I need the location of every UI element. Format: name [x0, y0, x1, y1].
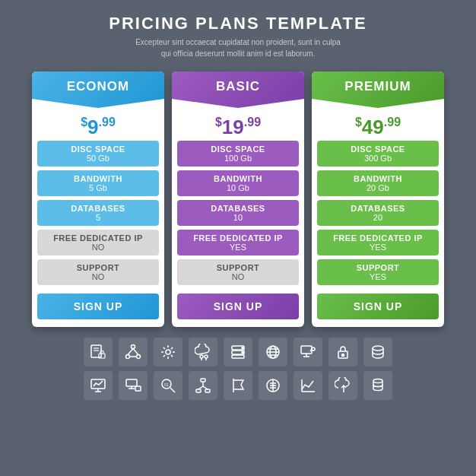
page-title: PRICING PLANS TEMPLATE: [109, 14, 367, 33]
svg-rect-43: [201, 379, 205, 382]
plans-container: ECONOM$9.99DISC SPACE50 GbBANDWITH5 GbDA…: [32, 71, 444, 327]
feat-label-econom-2: DATABASES: [37, 204, 159, 213]
plan-price-econom: $9.99: [81, 116, 116, 139]
feat-label-premium-3: FREE DEDICATED IP: [317, 233, 439, 243]
feat-label-basic-4: SUPPORT: [177, 263, 299, 272]
svg-point-6: [137, 355, 141, 359]
svg-point-10: [166, 350, 170, 354]
plan-premium: PREMIUM$49.99DISC SPACE300 GbBANDWITH20 …: [312, 71, 444, 327]
svg-line-47: [198, 386, 203, 389]
feat-label-premium-4: SUPPORT: [317, 263, 439, 272]
feat-label-basic-1: BANDWITH: [177, 174, 299, 183]
svg-rect-17: [232, 355, 244, 358]
icon-settings: [154, 338, 182, 367]
icon-flag-network: [224, 371, 252, 400]
plan-price-basic: $19.99: [215, 116, 261, 139]
svg-point-58: [373, 379, 382, 383]
svg-point-12: [205, 355, 208, 358]
icon-computer-stack: [119, 371, 148, 400]
icon-monitor-network: [294, 338, 322, 367]
icon-network: [119, 338, 148, 367]
plan-basic: BASIC$19.99DISC SPACE100 GbBANDWITH10 Gb…: [172, 71, 304, 327]
feature-row-econom-1: BANDWITH5 Gb: [37, 170, 159, 196]
feature-row-basic-4: SUPPORTNO: [177, 259, 299, 285]
feat-label-econom-4: SUPPORT: [37, 263, 159, 272]
svg-point-31: [342, 354, 344, 357]
svg-point-4: [132, 345, 135, 349]
feat-value-basic-0: 100 Gb: [177, 154, 299, 163]
svg-point-32: [373, 346, 383, 351]
icon-database: [363, 338, 392, 367]
plan-name-premium: PREMIUM: [344, 79, 411, 102]
icons-row-1: [25, 338, 451, 367]
svg-point-5: [126, 355, 130, 359]
plan-header-premium: PREMIUM: [312, 71, 444, 108]
feature-row-econom-3: FREE DEDICATED IPNO: [37, 230, 159, 255]
icon-cloud-upload: [328, 371, 357, 400]
feat-value-econom-3: NO: [37, 243, 159, 252]
plan-name-basic: BASIC: [216, 79, 260, 102]
icon-lock: [328, 338, 357, 367]
svg-point-19: [242, 352, 243, 354]
feat-value-basic-3: YES: [177, 243, 299, 252]
icon-magnify-binary: 01: [154, 371, 182, 400]
feat-label-econom-0: DISC SPACE: [37, 144, 159, 154]
icon-document-lock: [84, 338, 113, 367]
svg-point-18: [242, 347, 243, 349]
icon-hierarchy: [189, 371, 217, 400]
feat-value-premium-2: 20: [317, 213, 439, 222]
feat-value-basic-4: NO: [177, 272, 299, 281]
plan-header-basic: BASIC: [172, 71, 304, 108]
feature-row-basic-1: BANDWITH10 Gb: [177, 170, 299, 196]
feature-row-econom-2: DATABASES5: [37, 200, 159, 226]
feat-value-econom-1: 5 Gb: [37, 183, 159, 192]
feat-label-premium-1: BANDWITH: [317, 174, 439, 183]
signup-button-econom[interactable]: SIGN UP: [37, 294, 159, 319]
signup-button-premium[interactable]: SIGN UP: [317, 294, 439, 319]
icon-line-chart: [294, 371, 322, 400]
feat-value-econom-4: NO: [37, 272, 159, 281]
feat-value-premium-0: 300 Gb: [317, 154, 439, 163]
feat-label-premium-2: DATABASES: [317, 204, 439, 213]
feat-label-econom-1: BANDWITH: [37, 174, 159, 183]
icon-chart-monitor: [84, 371, 113, 400]
svg-rect-39: [135, 386, 141, 391]
icon-database-stack: [363, 371, 392, 400]
plan-price-premium: $49.99: [355, 116, 401, 139]
feat-label-basic-2: DATABASES: [177, 204, 299, 213]
feat-value-basic-1: 10 Gb: [177, 183, 299, 192]
feature-row-premium-4: SUPPORTYES: [317, 259, 439, 285]
svg-line-48: [203, 386, 208, 389]
feature-row-econom-4: SUPPORTNO: [37, 259, 159, 285]
icon-globe: [259, 338, 287, 367]
subtitle: Excepteur sint occaecat cupidatat non pr…: [135, 36, 341, 59]
svg-text:01: 01: [164, 382, 169, 387]
feat-value-econom-2: 5: [37, 213, 159, 222]
plan-header-econom: ECONOM: [32, 71, 164, 108]
feat-label-econom-3: FREE DEDICATED IP: [37, 233, 159, 243]
feature-row-basic-3: FREE DEDICATED IPYES: [177, 230, 299, 255]
feat-value-basic-2: 10: [177, 213, 299, 222]
feature-row-basic-0: DISC SPACE100 Gb: [177, 141, 299, 167]
plan-name-econom: ECONOM: [67, 79, 130, 102]
feat-value-econom-0: 50 Gb: [37, 154, 159, 163]
feat-value-premium-1: 20 Gb: [317, 183, 439, 192]
feat-label-premium-0: DISC SPACE: [317, 144, 439, 154]
svg-line-8: [133, 349, 138, 355]
feature-row-premium-0: DISC SPACE300 Gb: [317, 141, 439, 167]
svg-rect-25: [301, 346, 312, 354]
svg-line-7: [128, 349, 133, 355]
svg-point-11: [200, 355, 203, 358]
icon-cloud-people: [189, 338, 217, 367]
feature-row-premium-3: FREE DEDICATED IPYES: [317, 230, 439, 255]
feature-row-basic-2: DATABASES10: [177, 200, 299, 226]
feat-label-basic-3: FREE DEDICATED IP: [177, 233, 299, 243]
signup-button-basic[interactable]: SIGN UP: [177, 294, 299, 319]
svg-point-28: [312, 347, 315, 351]
svg-rect-0: [91, 345, 101, 357]
icon-server-rack: [224, 338, 252, 367]
svg-rect-45: [205, 389, 210, 392]
svg-rect-44: [196, 389, 201, 392]
feature-row-premium-1: BANDWITH20 Gb: [317, 170, 439, 196]
feature-row-premium-2: DATABASES20: [317, 200, 439, 226]
